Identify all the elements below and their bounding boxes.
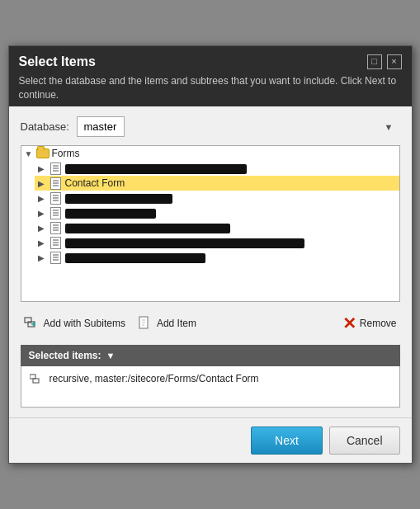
toolbar-row: Add with Subitems Add Item ✕ Remove bbox=[21, 310, 400, 337]
tree-item-1[interactable]: ▶ bbox=[35, 161, 399, 176]
doc-icon-1 bbox=[50, 163, 63, 174]
selected-items-chevron: ▼ bbox=[106, 351, 116, 361]
tree-label-4 bbox=[65, 222, 230, 233]
select-items-dialog: Select Items □ × Select the database and… bbox=[8, 45, 413, 464]
selected-items-header: Selected items: ▼ bbox=[21, 345, 400, 366]
dialog-titlebar: Select Items □ × Select the database and… bbox=[9, 46, 412, 107]
selected-item-icon bbox=[30, 373, 45, 389]
doc-icon-5 bbox=[50, 237, 63, 248]
selected-items-label: Selected items: bbox=[29, 350, 101, 361]
database-select-wrap: master web core bbox=[77, 116, 400, 137]
tree-item-4[interactable]: ▶ bbox=[35, 220, 399, 235]
add-subitems-button[interactable]: Add with Subitems bbox=[21, 313, 129, 333]
next-button[interactable]: Next bbox=[251, 427, 323, 455]
doc-icon-3 bbox=[50, 207, 63, 219]
doc-icon-4 bbox=[50, 222, 63, 233]
add-subitems-icon bbox=[24, 315, 40, 332]
tree-item-2[interactable]: ▶ bbox=[35, 191, 399, 205]
tree-item-5[interactable]: ▶ bbox=[35, 235, 399, 250]
tree-arrow-1[interactable]: ▶ bbox=[38, 164, 50, 173]
titlebar-controls: □ × bbox=[367, 54, 402, 69]
add-subitems-label: Add with Subitems bbox=[44, 318, 125, 329]
tree-label-1 bbox=[65, 163, 247, 174]
tree-item-forms[interactable]: ▼ Forms bbox=[21, 146, 399, 161]
folder-icon-forms bbox=[36, 148, 50, 159]
cancel-button[interactable]: Cancel bbox=[329, 427, 400, 455]
tree-item-6[interactable]: ▶ bbox=[35, 250, 399, 265]
doc-icon-contact-form bbox=[50, 177, 63, 189]
add-item-icon bbox=[137, 315, 153, 332]
database-select[interactable]: master web core bbox=[77, 116, 125, 137]
database-row: Database: master web core bbox=[21, 116, 400, 137]
selected-item-text: recursive, master:/sitecore/Forms/Contac… bbox=[50, 373, 259, 384]
dialog-subtitle: Select the database and the items and su… bbox=[19, 74, 402, 102]
tree-label-contact-form: Contact Form bbox=[65, 177, 125, 189]
tree-arrow-6[interactable]: ▶ bbox=[38, 253, 50, 262]
tree-arrow-3[interactable]: ▶ bbox=[38, 209, 50, 218]
tree-label-3 bbox=[65, 207, 156, 219]
tree-container[interactable]: ▼ Forms ▶ ▶ bbox=[21, 145, 400, 302]
tree-label-5 bbox=[65, 237, 304, 248]
doc-icon-6 bbox=[50, 252, 63, 263]
dialog-body: Database: master web core ▼ Forms bbox=[9, 106, 412, 417]
remove-icon: ✕ bbox=[342, 315, 356, 332]
tree-item-3[interactable]: ▶ bbox=[35, 205, 399, 220]
dialog-title: Select Items bbox=[19, 54, 96, 69]
add-item-label: Add Item bbox=[157, 318, 196, 329]
tree-arrow-4[interactable]: ▶ bbox=[38, 224, 50, 233]
dialog-footer: Next Cancel bbox=[9, 417, 412, 463]
tree-arrow-5[interactable]: ▶ bbox=[38, 238, 50, 247]
tree-item-contact-form[interactable]: ▶ Contact Form bbox=[35, 176, 399, 191]
database-label: Database: bbox=[21, 120, 70, 133]
doc-icon-2 bbox=[50, 192, 63, 204]
tree-label-forms: Forms bbox=[52, 148, 80, 159]
remove-button[interactable]: ✕ Remove bbox=[339, 313, 400, 333]
add-item-button[interactable]: Add Item bbox=[134, 313, 200, 333]
tree-arrow-forms[interactable]: ▼ bbox=[25, 149, 36, 158]
close-button[interactable]: × bbox=[387, 54, 402, 69]
tree-label-2 bbox=[65, 192, 172, 204]
svg-rect-9 bbox=[33, 379, 39, 383]
selected-items-panel: Selected items: ▼ recursive, master:/sit… bbox=[21, 345, 400, 408]
tree-arrow-contact-form[interactable]: ▶ bbox=[38, 179, 50, 188]
svg-rect-8 bbox=[30, 375, 35, 379]
remove-label: Remove bbox=[360, 318, 397, 329]
maximize-button[interactable]: □ bbox=[367, 54, 382, 69]
tree-arrow-2[interactable]: ▶ bbox=[38, 194, 50, 203]
selected-items-body: recursive, master:/sitecore/Forms/Contac… bbox=[21, 366, 400, 408]
tree-label-6 bbox=[65, 252, 205, 263]
